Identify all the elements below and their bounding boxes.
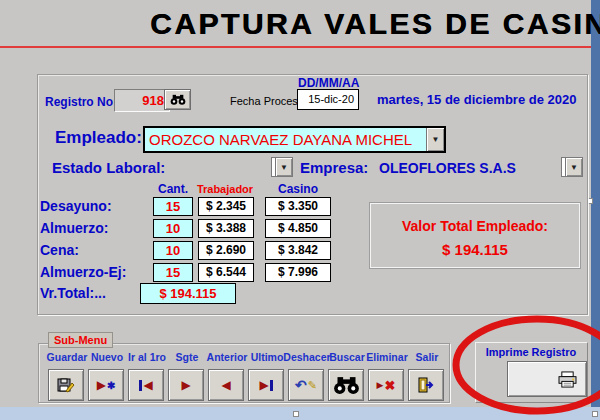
row-label-cena: Cena: xyxy=(40,242,79,258)
imprime-registro-label: Imprime Registro xyxy=(478,346,584,358)
ultimo-button[interactable]: ▶ xyxy=(248,369,284,401)
chevron-down-icon[interactable]: ▼ xyxy=(565,158,582,176)
cena-trabajador-field[interactable]: $ 2.690 xyxy=(198,241,254,260)
desayuno-cant-field[interactable]: 15 xyxy=(153,197,193,216)
resize-handle[interactable] xyxy=(592,411,598,417)
fecha-format-label: DD/MM/AA xyxy=(298,76,359,90)
submenu-tab: Sub-Menu xyxy=(48,332,113,348)
next-record-icon: ▶ xyxy=(181,379,190,391)
empleado-value: OROZCO NARVAEZ DAYANA MICHEL xyxy=(145,131,426,148)
guardar-button[interactable] xyxy=(48,369,84,401)
row-label-almuerzo: Almuerzo: xyxy=(40,220,108,236)
almuerzo-ej-trabajador-field[interactable]: $ 6.544 xyxy=(198,263,254,282)
resize-handle[interactable] xyxy=(293,411,299,417)
page-title: CAPTURA VALES DE CASINO xyxy=(150,7,600,41)
almuerzo-cant-field[interactable]: 10 xyxy=(153,219,193,238)
salir-button[interactable] xyxy=(408,369,444,401)
last-record-icon: ▶ xyxy=(259,379,272,391)
col-header-trabajador: Trabajador xyxy=(196,183,254,195)
deshacer-button[interactable]: ↶ ✎ xyxy=(288,369,324,401)
desayuno-casino-field[interactable]: $ 3.350 xyxy=(265,197,331,216)
exit-door-icon xyxy=(417,377,435,393)
fecha-proceso-label: Fecha Proceso xyxy=(230,95,304,107)
row-label-desayuno: Desayuno: xyxy=(40,198,112,214)
eliminar-button[interactable]: ▶ ✖ xyxy=(368,369,404,401)
almuerzo-ej-cant-field[interactable]: 15 xyxy=(153,263,193,282)
ir-al-1ro-button[interactable]: ◀ xyxy=(128,369,164,401)
fecha-long-label: martes, 15 de diciembre de 2020 xyxy=(377,92,576,107)
captura-vales-window: CAPTURA VALES DE CASINO Registro No: 918… xyxy=(0,0,600,420)
cena-cant-field[interactable]: 10 xyxy=(153,241,193,260)
empresa-value: OLEOFLORES S.A.S xyxy=(379,160,516,176)
empleado-label: Empleado: xyxy=(55,128,142,148)
fecha-proceso-field[interactable]: 15-dic-20 xyxy=(297,89,359,110)
first-record-icon: ◀ xyxy=(139,379,152,391)
registro-label: Registro No: xyxy=(45,95,117,109)
new-record-icon: ▶ ✱ xyxy=(97,379,116,391)
delete-icon: ▶ ✖ xyxy=(377,378,396,393)
almuerzo-casino-field[interactable]: $ 4.850 xyxy=(265,219,331,238)
imprime-registro-button[interactable] xyxy=(507,361,587,397)
binoculars-icon xyxy=(170,94,186,105)
find-record-button[interactable] xyxy=(164,89,191,110)
sgte-button[interactable]: ▶ xyxy=(168,369,204,401)
previous-record-icon: ◀ xyxy=(221,379,230,391)
valor-total-value: $ 194.115 xyxy=(371,241,579,258)
caption-salir: Salir xyxy=(396,351,458,363)
cena-casino-field[interactable]: $ 3.842 xyxy=(265,241,331,260)
almuerzo-trabajador-field[interactable]: $ 3.388 xyxy=(198,219,254,238)
desayuno-trabajador-field[interactable]: $ 2.345 xyxy=(198,197,254,216)
vr-total-field[interactable]: $ 194.115 xyxy=(140,283,236,304)
estado-laboral-combobox[interactable]: ▼ xyxy=(271,157,293,177)
empleado-combobox[interactable]: OROZCO NARVAEZ DAYANA MICHEL ▼ xyxy=(143,126,446,153)
chevron-down-icon[interactable]: ▼ xyxy=(275,158,292,176)
buscar-button[interactable] xyxy=(328,369,364,401)
undo-icon: ↶ ✎ xyxy=(295,377,317,393)
empresa-label: Empresa: xyxy=(300,159,368,176)
save-icon xyxy=(57,377,75,393)
estado-laboral-label: Estado Laboral: xyxy=(52,159,165,176)
anterior-button[interactable]: ◀ xyxy=(208,369,244,401)
title-underline xyxy=(0,46,591,48)
registro-number-field[interactable]: 918 xyxy=(114,89,170,112)
search-binoculars-icon xyxy=(333,376,360,394)
almuerzo-ej-casino-field[interactable]: $ 7.996 xyxy=(265,263,331,282)
valor-total-box: Valor Total Empleado: $ 194.115 xyxy=(370,203,580,268)
col-header-cant: Cant. xyxy=(153,182,193,196)
vr-total-label: Vr.Total:... xyxy=(40,285,106,301)
col-header-casino: Casino xyxy=(265,182,331,196)
window-bottom-strip xyxy=(0,407,600,420)
row-label-almuerzo-ej: Almuerzo-Ej: xyxy=(40,264,126,280)
valor-total-label: Valor Total Empleado: xyxy=(371,218,579,234)
nuevo-button[interactable]: ▶ ✱ xyxy=(88,369,124,401)
chevron-down-icon[interactable]: ▼ xyxy=(426,128,444,151)
printer-icon xyxy=(557,371,578,388)
empresa-combobox[interactable]: ▼ xyxy=(561,157,583,177)
